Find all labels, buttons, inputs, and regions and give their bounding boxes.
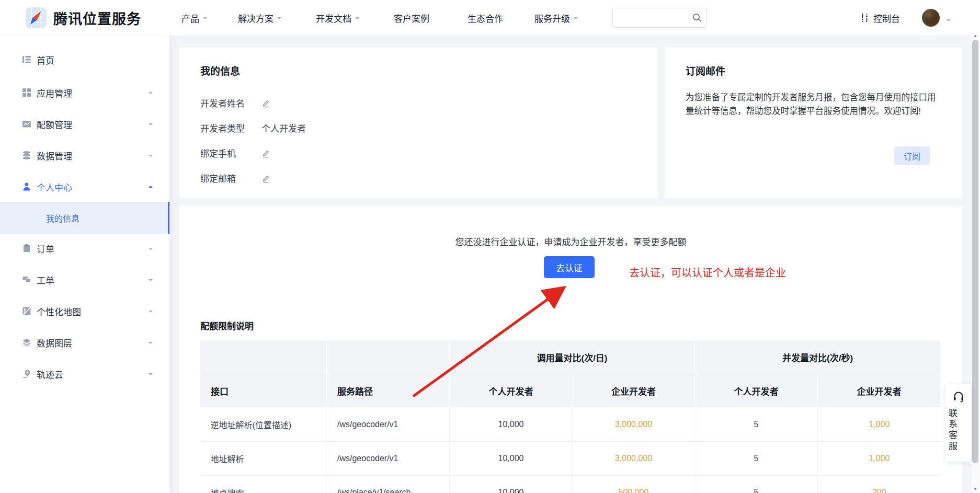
col-header-enterprise-daily: 企业开发者 bbox=[573, 374, 695, 408]
sidebar-item-track-cloud[interactable]: 轨迹云 bbox=[0, 361, 169, 386]
active-indicator-bar bbox=[168, 202, 169, 234]
quota-section-title: 配额限制说明 bbox=[200, 319, 254, 332]
edit-pencil-icon[interactable] bbox=[261, 99, 270, 108]
sidebar-item-orders[interactable]: 订单 bbox=[0, 236, 169, 261]
headset-icon bbox=[952, 391, 965, 403]
brand-logo-icon bbox=[25, 7, 47, 29]
chevron-down-icon bbox=[149, 373, 153, 377]
certification-notice: 您还没进行企业认证，申请成为企业开发者，享受更多配额 bbox=[179, 235, 962, 248]
subscribe-description: 为您准备了专属定制的开发者服务月报，包含您每月使用的接口用量统计等信息，帮助您及… bbox=[686, 90, 942, 118]
group-header-daily-calls: 调用量对比(次/日) bbox=[450, 340, 695, 374]
chevron-down-icon bbox=[277, 17, 281, 21]
nav-item-label: 解决方案 bbox=[238, 12, 274, 25]
brand-title: 腾讯位置服务 bbox=[53, 8, 141, 28]
sidebar-item-quota[interactable]: 配额管理 bbox=[0, 111, 169, 136]
certification-quota-card: 您还没进行企业认证，申请成为企业开发者，享受更多配额 去认证 去认证，可以认证个… bbox=[179, 206, 962, 493]
custom-map-icon bbox=[22, 306, 31, 316]
page-scrollbar[interactable]: ▲ ▼ bbox=[971, 32, 980, 493]
subscribe-card-title: 订阅邮件 bbox=[686, 63, 725, 77]
cell-api: 地点搜索 bbox=[200, 476, 327, 493]
profile-row-phone: 绑定手机 bbox=[200, 146, 270, 159]
red-annotation-text: 去认证，可以认证个人或者是企业 bbox=[629, 265, 786, 280]
track-cloud-icon bbox=[22, 369, 31, 379]
sidebar-subitem-my-info[interactable]: 我的信息 bbox=[0, 202, 169, 234]
sidebar-item-label: 订单 bbox=[37, 242, 54, 255]
cell-path: /ws/geocoder/v1 bbox=[327, 408, 450, 442]
chevron-up-icon bbox=[149, 184, 153, 188]
sidebar-item-custom-map[interactable]: 个性化地图 bbox=[0, 299, 169, 324]
brand[interactable]: 腾讯位置服务 bbox=[25, 7, 141, 29]
sidebar: 首页 应用管理 配额管理 数据管理 个人中心 bbox=[0, 36, 169, 493]
sidebar-item-label: 数据管理 bbox=[37, 149, 72, 162]
table-row: 地点搜索 /ws/place/v1/search 10,000 500,000 … bbox=[200, 476, 941, 493]
avatar[interactable] bbox=[922, 9, 940, 27]
field-value: 个人开发者 bbox=[261, 121, 306, 134]
scroll-down-icon[interactable]: ▼ bbox=[973, 487, 977, 491]
field-label: 开发者类型 bbox=[200, 121, 261, 134]
sidebar-item-personal-center[interactable]: 个人中心 bbox=[0, 174, 169, 199]
nav-item-products[interactable]: 产品 bbox=[181, 0, 207, 36]
apps-grid-icon bbox=[22, 88, 31, 97]
nav-item-docs[interactable]: 开发文档 bbox=[316, 0, 359, 36]
sidebar-item-apps[interactable]: 应用管理 bbox=[0, 80, 169, 105]
data-layers-icon bbox=[22, 338, 31, 347]
col-header-personal-daily: 个人开发者 bbox=[450, 374, 573, 408]
table-row: 地址解析 /ws/geocoder/v1 10,000 3,000,000 5 … bbox=[200, 442, 941, 476]
sidebar-item-data[interactable]: 数据管理 bbox=[0, 143, 169, 168]
scrollbar-thumb[interactable] bbox=[972, 40, 978, 463]
cell-enterprise-qps: 1,000 bbox=[818, 408, 941, 442]
sidebar-item-home[interactable]: 首页 bbox=[0, 47, 169, 72]
cell-enterprise-daily: 500,000 bbox=[573, 476, 695, 493]
nav-item-label: 服务升级 bbox=[534, 12, 570, 25]
search-input[interactable] bbox=[618, 10, 688, 27]
cell-api: 地址解析 bbox=[200, 442, 327, 476]
cell-enterprise-daily: 3,000,000 bbox=[573, 408, 695, 442]
field-label: 开发者姓名 bbox=[200, 96, 261, 109]
cell-personal-qps: 5 bbox=[695, 442, 818, 476]
nav-item-label: 开发文档 bbox=[316, 12, 351, 25]
sidebar-item-label: 配额管理 bbox=[37, 118, 72, 131]
cell-personal-qps: 5 bbox=[695, 408, 818, 442]
sidebar-item-label: 首页 bbox=[37, 53, 54, 66]
cell-enterprise-qps: 1,000 bbox=[818, 442, 941, 476]
chevron-down-icon[interactable] bbox=[947, 19, 951, 24]
nav-item-upgrade[interactable]: 服务升级 bbox=[534, 0, 578, 36]
chevron-down-icon bbox=[149, 342, 153, 346]
contact-support-label: 联系客服 bbox=[945, 408, 959, 452]
cell-personal-daily: 10,000 bbox=[450, 408, 573, 442]
quota-table: 调用量对比(次/日) 并发量对比(次/秒) 接口 服务路径 个人开发者 企业开发… bbox=[200, 340, 941, 493]
go-certify-button[interactable]: 去认证 bbox=[544, 256, 595, 278]
sidebar-item-label: 个性化地图 bbox=[37, 305, 81, 318]
tickets-chat-icon bbox=[22, 275, 31, 284]
profile-row-email: 绑定邮箱 bbox=[200, 171, 270, 184]
search-icon[interactable] bbox=[692, 13, 702, 23]
cell-personal-daily: 10,000 bbox=[450, 442, 573, 476]
nav-item-solutions[interactable]: 解决方案 bbox=[238, 0, 281, 36]
col-header-path: 服务路径 bbox=[327, 374, 450, 408]
chevron-down-icon bbox=[149, 248, 153, 252]
cell-personal-qps: 5 bbox=[695, 476, 818, 493]
table-row: 逆地址解析(位置描述) /ws/geocoder/v1 10,000 3,000… bbox=[200, 408, 941, 442]
nav-item-cases[interactable]: 客户案例 bbox=[394, 0, 429, 36]
subscribe-button[interactable]: 订阅 bbox=[894, 146, 930, 165]
scroll-up-icon[interactable]: ▲ bbox=[973, 33, 977, 38]
cell-path: /ws/place/v1/search bbox=[327, 476, 450, 493]
chevron-down-icon bbox=[149, 279, 153, 283]
console-sliders-icon bbox=[860, 13, 869, 22]
col-header-personal-qps: 个人开发者 bbox=[695, 374, 818, 408]
sidebar-item-label: 应用管理 bbox=[37, 86, 72, 99]
sidebar-item-tickets[interactable]: 工单 bbox=[0, 267, 169, 292]
sidebar-item-label: 轨迹云 bbox=[37, 368, 63, 381]
console-link[interactable]: 控制台 bbox=[860, 0, 900, 36]
cell-api: 逆地址解析(位置描述) bbox=[200, 408, 327, 442]
field-label: 绑定邮箱 bbox=[200, 171, 261, 185]
nav-item-eco[interactable]: 生态合作 bbox=[468, 0, 503, 36]
edit-pencil-icon[interactable] bbox=[261, 149, 270, 158]
contact-support-tab[interactable]: 联系客服 bbox=[945, 384, 971, 462]
edit-pencil-icon[interactable] bbox=[261, 174, 270, 183]
cell-enterprise-daily: 3,000,000 bbox=[573, 442, 695, 476]
search-box bbox=[612, 8, 707, 28]
sidebar-item-label: 数据图层 bbox=[37, 336, 72, 349]
sidebar-item-data-layers[interactable]: 数据图层 bbox=[0, 330, 169, 355]
subscribe-card: 订阅邮件 为您准备了专属定制的开发者服务月报，包含您每月使用的接口用量统计等信息… bbox=[665, 48, 962, 198]
